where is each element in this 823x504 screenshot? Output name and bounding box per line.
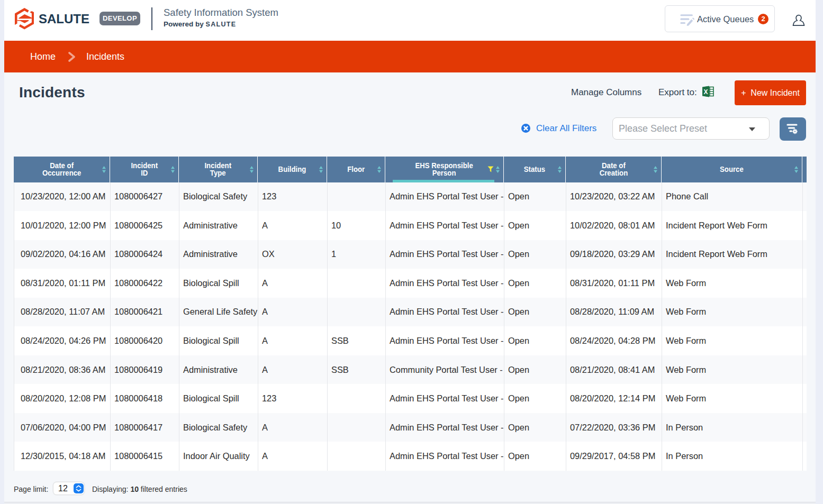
svg-text:X: X: [703, 88, 708, 96]
